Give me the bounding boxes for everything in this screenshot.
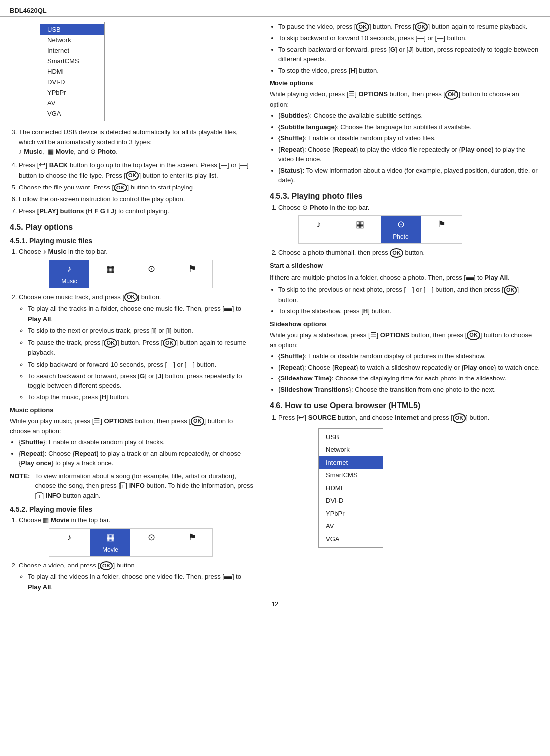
movie-opt-sublang: {Subtitle language}: Choose the language… xyxy=(278,122,540,132)
movie-bar-label: Movie xyxy=(102,545,118,554)
slideshow-options-heading: Slideshow options xyxy=(270,320,540,328)
menu-item-dvid[interactable]: DVI-D xyxy=(40,77,104,87)
source-vga[interactable]: VGA xyxy=(319,533,383,546)
music-type-icon xyxy=(19,148,22,155)
mbar-flag-icon xyxy=(188,531,196,544)
right-column: To pause the video, press [OK] button. P… xyxy=(270,22,540,595)
types-text: Music, Movie, and Photo. xyxy=(19,148,118,155)
bar-photo-icon xyxy=(148,262,155,276)
photo-step1-icon xyxy=(302,204,308,211)
source-av[interactable]: AV xyxy=(319,520,383,533)
page-number: 12 xyxy=(0,600,550,608)
music-bullet-1: To play all the tracks in a folder, choo… xyxy=(28,302,255,324)
opera-step1: Press [↩] SOURCE button, and choose Inte… xyxy=(278,414,489,421)
movie-opt-status: {Status}: To view information about a vi… xyxy=(278,166,540,185)
section453-title: 4.5.3. Playing photo files xyxy=(270,192,540,201)
music-options-list: {Shuffle}: Enable or disable random play… xyxy=(10,437,255,468)
music-opt-shuffle: {Shuffle}: Enable or disable random play… xyxy=(19,437,255,447)
music-bullet-6: To stop the music, press [H] button. xyxy=(28,392,255,402)
music-step1: Choose Music in the top bar. xyxy=(19,248,108,255)
bar-music-icon xyxy=(67,262,72,276)
bar-flag-icon xyxy=(188,262,196,276)
movie-bullet-1: To play all the videos in a folder, choo… xyxy=(28,570,255,592)
movie-options-list: {Subtitles}: Choose the available subtit… xyxy=(270,111,540,185)
source-smartcms[interactable]: SmartCMS xyxy=(319,469,383,482)
photo-icon-bar: Photo xyxy=(298,215,462,244)
note-text: To view information about a song (for ex… xyxy=(35,471,255,501)
section452-title: 4.5.2. Playing movie files xyxy=(10,505,255,513)
section46-title: 4.6. How to use Opera browser (HTML5) xyxy=(270,401,540,410)
photo-bar-photo: Photo xyxy=(381,216,421,243)
video-bullet-stop: To stop the video, press [H] button. xyxy=(278,66,540,76)
menu-item-ypbpr[interactable]: YPbPr xyxy=(40,87,104,98)
slideshow-stop: To stop the slideshow, press [H] button. xyxy=(278,306,540,316)
slideshow-options-intro: While you play a slideshow, press [☰] OP… xyxy=(270,330,540,350)
movie-bullets: To play all the videos in a folder, choo… xyxy=(19,570,255,592)
mbar-photo-icon xyxy=(148,531,155,544)
opera-steps: Press [↩] SOURCE button, and choose Inte… xyxy=(270,412,540,548)
photo-step1: Choose Photo in the top bar. xyxy=(278,204,369,211)
menu-item-hdmi[interactable]: HDMI xyxy=(40,66,104,77)
step7-text: Press [PLAY] buttons (H F G I J) to cont… xyxy=(19,207,169,215)
photo-bar-label: Photo xyxy=(393,232,408,241)
step3-text: The connected USB device is detected aut… xyxy=(19,128,238,146)
music-note: NOTE: To view information about a song (… xyxy=(10,471,255,501)
source-hdmi[interactable]: HDMI xyxy=(319,482,383,495)
source-usb[interactable]: USB xyxy=(319,431,383,444)
slideshow-opt-transitions: {Slideshow Transitions}: Choose the tran… xyxy=(278,385,540,395)
photo-bar-music xyxy=(299,216,339,243)
mbar-music-icon xyxy=(67,531,72,544)
photo-bar-flag xyxy=(422,216,462,243)
menu-item-vga[interactable]: VGA xyxy=(40,108,104,119)
source-network[interactable]: Network xyxy=(319,443,383,456)
music-options-intro: While you play music, press [☰] OPTIONS … xyxy=(10,416,255,436)
left-column: USB Network Internet SmartCMS HDMI DVI-D… xyxy=(10,22,255,595)
movie-opt-repeat: {Repeat}: Choose {Repeat} to play the vi… xyxy=(278,145,540,164)
photo-steps: Choose Photo in the top bar. Photo xyxy=(270,203,540,258)
music-bullet-5: To search backward or forward, press [G]… xyxy=(28,371,255,390)
menu-item-usb[interactable]: USB xyxy=(40,24,104,35)
music-step1-icon xyxy=(43,248,46,255)
menu-item-network[interactable]: Network xyxy=(40,35,104,45)
music-bar-music: Music xyxy=(49,260,89,288)
menu-item-av[interactable]: AV xyxy=(40,98,104,108)
section451-title: 4.5.1. Playing music files xyxy=(10,237,255,245)
movie-type-icon xyxy=(48,148,54,155)
source-ypbpr[interactable]: YPbPr xyxy=(319,507,383,520)
movie-icon-bar: Movie xyxy=(49,528,213,557)
slideshow-opt-repeat: {Repeat}: Choose {Repeat} to watch a sli… xyxy=(278,363,540,373)
video-bullet-search: To search backward or forward, press [G]… xyxy=(278,45,540,64)
source-menu: USB Network Internet SmartCMS HDMI DVI-D… xyxy=(318,428,383,548)
note-label: NOTE: xyxy=(10,471,30,501)
mbar-movie-icon xyxy=(106,531,115,544)
menu-item-smartcms[interactable]: SmartCMS xyxy=(40,56,104,66)
pbar-music-icon xyxy=(317,218,321,231)
slideshow-skip: To skip to the previous or next photo, p… xyxy=(278,285,540,305)
music-bar-photo xyxy=(131,260,171,288)
movie-step2: Choose a video, and press [OK] button. xyxy=(19,562,136,569)
movie-opt-subtitles: {Subtitles}: Choose the available subtit… xyxy=(278,111,540,121)
menu-item-internet[interactable]: Internet xyxy=(40,45,104,56)
photo-step2: Choose a photo thumbnail, then press OK … xyxy=(278,249,425,256)
page-title: BDL4620QL xyxy=(0,5,550,17)
music-icon-bar: Music xyxy=(49,260,213,288)
start-slideshow-heading: Start a slideshow xyxy=(270,262,540,269)
movie-step1-icon xyxy=(43,516,49,524)
movie-opt-shuffle: {Shuffle}: Enable or disable random play… xyxy=(278,133,540,143)
music-step2: Choose one music track, and press [OK] b… xyxy=(19,293,161,301)
source-dvid[interactable]: DVI-D xyxy=(319,494,383,507)
pbar-movie-icon xyxy=(356,218,364,231)
intro-steps: The connected USB device is detected aut… xyxy=(10,127,255,216)
source-internet[interactable]: Internet xyxy=(319,456,383,469)
pbar-photo-icon xyxy=(397,218,405,231)
music-bullet-4: To skip backward or forward 10 seconds, … xyxy=(28,360,255,370)
section45-title: 4.5. Play options xyxy=(10,223,255,232)
usb-menu: USB Network Internet SmartCMS HDMI DVI-D… xyxy=(40,22,105,121)
video-bullet-pause: To pause the video, press [OK] button. P… xyxy=(278,22,540,32)
slideshow-opt-shuffle: {Shuffle}: Enable or disable random disp… xyxy=(278,351,540,361)
slideshow-options-list: {Shuffle}: Enable or disable random disp… xyxy=(270,351,540,394)
movie-bar-photo xyxy=(131,529,171,556)
photo-type-icon xyxy=(90,148,96,155)
bar-movie-icon xyxy=(106,262,115,276)
photo-bar-movie xyxy=(340,216,380,243)
